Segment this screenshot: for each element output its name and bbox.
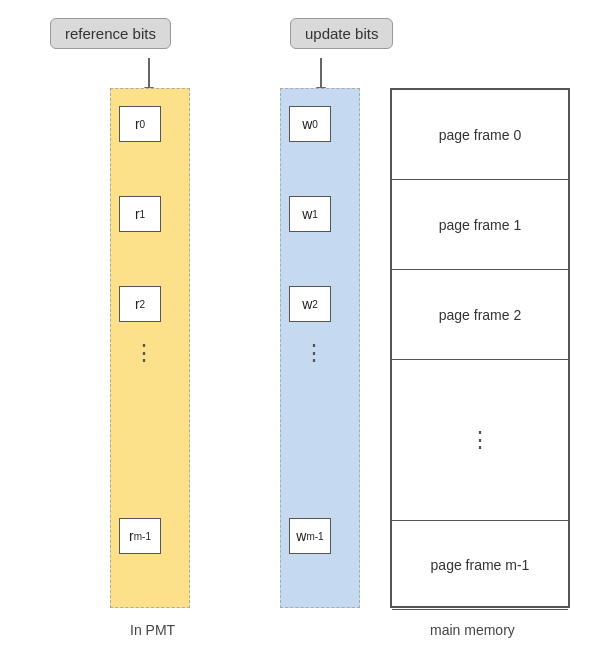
reference-bits-label: reference bits [50, 18, 171, 49]
page-frame-empty: ⋮ [392, 360, 568, 520]
w2-cell: w2 [289, 286, 331, 322]
in-pmt-label: In PMT [130, 622, 175, 638]
reference-arrow [148, 58, 150, 88]
page-frame-m1: page frame m-1 [392, 520, 568, 610]
r0-cell: r0 [119, 106, 161, 142]
main-memory-label: main memory [430, 622, 515, 638]
page-frame-0: page frame 0 [392, 90, 568, 180]
diagram: reference bits update bits r0 r1 r2 rm-1… [0, 0, 606, 666]
update-arrow [320, 58, 322, 88]
rm1-cell: rm-1 [119, 518, 161, 554]
r1-cell: r1 [119, 196, 161, 232]
page-frame-section: page frame 0 page frame 1 page frame 2 ⋮… [390, 88, 570, 608]
w1-cell: w1 [289, 196, 331, 232]
page-frame-1: page frame 1 [392, 180, 568, 270]
update-bits-label: update bits [290, 18, 393, 49]
wm1-cell: wm-1 [289, 518, 331, 554]
w0-cell: w0 [289, 106, 331, 142]
page-frame-2: page frame 2 [392, 270, 568, 360]
dots-w: ⋮ [303, 340, 327, 366]
dots-r: ⋮ [133, 340, 157, 366]
r2-cell: r2 [119, 286, 161, 322]
